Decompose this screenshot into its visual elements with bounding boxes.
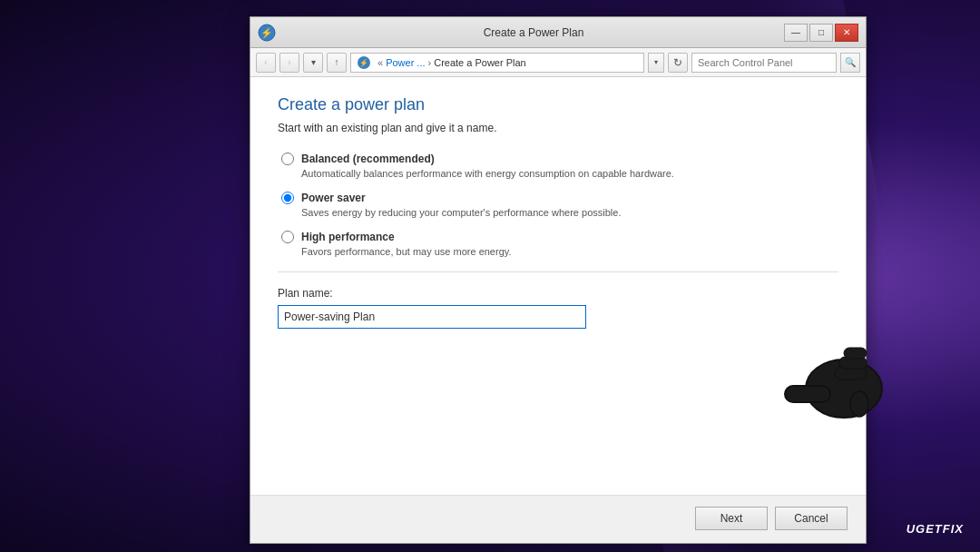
power-saver-label[interactable]: Power saver (301, 192, 366, 204)
balanced-radio[interactable] (281, 153, 294, 165)
up-button[interactable]: ↑ (327, 53, 347, 73)
window-controls: — □ ✕ (784, 24, 858, 42)
search-button[interactable]: 🔍 (840, 53, 860, 73)
minimize-button[interactable]: — (784, 24, 808, 42)
breadcrumb-arrow: › (428, 57, 432, 68)
power-saver-radio[interactable] (281, 192, 294, 204)
page-subtitle: Start with an existing plan and give it … (278, 122, 838, 134)
power-saver-description: Saves energy by reducing your computer's… (281, 207, 838, 218)
balanced-label[interactable]: Balanced (recommended) (301, 153, 435, 165)
breadcrumb-power[interactable]: Power ... (386, 57, 425, 68)
page-title: Create a power plan (278, 95, 838, 114)
window-icon: ⚡ (258, 24, 276, 42)
close-button[interactable]: ✕ (835, 24, 858, 42)
svg-text:⚡: ⚡ (260, 26, 273, 39)
back-button[interactable]: ‹ (256, 53, 276, 73)
high-performance-label[interactable]: High performance (301, 231, 395, 243)
button-row: Next Cancel (250, 495, 866, 543)
plan-name-section: Plan name: (278, 287, 838, 329)
window-title: Create a Power Plan (283, 26, 784, 39)
breadcrumb-current: Create a Power Plan (434, 57, 526, 68)
balanced-option: Balanced (recommended) Automatically bal… (278, 153, 838, 179)
refresh-button[interactable]: ↻ (668, 53, 688, 73)
forward-button[interactable]: › (279, 53, 299, 73)
watermark-logo: UGETFIX (906, 522, 964, 536)
plan-name-label: Plan name: (278, 287, 838, 300)
search-input[interactable] (698, 57, 830, 68)
recent-pages-button[interactable]: ▾ (303, 53, 323, 73)
high-performance-radio[interactable] (281, 231, 294, 243)
create-power-plan-window: ⚡ Create a Power Plan — □ ✕ ‹ › ▾ ↑ ⚡ « … (250, 16, 867, 544)
address-bar-icon: ⚡ (357, 55, 371, 70)
address-path: ⚡ « Power ... › Create a Power Plan (350, 53, 644, 73)
high-performance-description: Favors performance, but may use more ene… (281, 246, 838, 257)
power-saver-option: Power saver Saves energy by reducing you… (278, 192, 838, 218)
plan-name-input[interactable] (278, 305, 586, 329)
high-performance-option: High performance Favors performance, but… (278, 231, 838, 257)
cancel-button[interactable]: Cancel (775, 507, 848, 530)
address-bar: ‹ › ▾ ↑ ⚡ « Power ... › Create a Power P… (250, 48, 866, 77)
maximize-button[interactable]: □ (809, 24, 833, 42)
search-box (691, 53, 837, 73)
title-bar: ⚡ Create a Power Plan — □ ✕ (250, 17, 866, 48)
power-plan-options: Balanced (recommended) Automatically bal… (278, 153, 838, 257)
address-dropdown[interactable]: ▾ (648, 53, 664, 73)
svg-text:⚡: ⚡ (359, 58, 368, 67)
content-area: Create a power plan Start with an existi… (250, 77, 866, 495)
next-button[interactable]: Next (695, 507, 768, 530)
balanced-description: Automatically balances performance with … (281, 168, 838, 179)
breadcrumb-separator-1: « (377, 57, 383, 68)
section-divider (278, 271, 838, 272)
